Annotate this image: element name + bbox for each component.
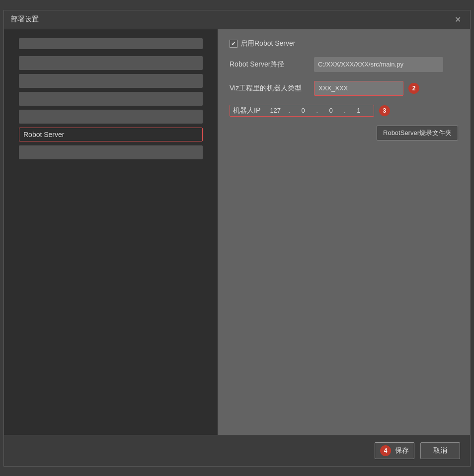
ip-dot-2: . <box>315 107 319 115</box>
path-label: Robot Server路径 <box>230 60 309 69</box>
content-panel: ✔ 启用Robot Server Robot Server路径 Viz工程里的机… <box>218 29 470 435</box>
path-input[interactable] <box>314 57 443 72</box>
robot-type-row: Viz工程里的机器人类型 2 <box>230 81 458 96</box>
sidebar-item-1[interactable] <box>19 74 203 88</box>
ip-part-2[interactable] <box>291 107 315 114</box>
sidebar-item-2[interactable] <box>19 92 203 106</box>
enable-row: ✔ 启用Robot Server <box>230 39 458 48</box>
ip-input-group: 机器人IP . . . <box>230 105 374 117</box>
ip-label: 机器人IP <box>233 106 260 115</box>
sidebar-item-robot-server[interactable]: Robot Server <box>19 128 203 141</box>
burn-folder-row: RobotServer烧录文件夹 <box>230 126 458 140</box>
ip-part-1[interactable] <box>263 107 287 114</box>
dialog-footer: 4 保存 取消 <box>4 435 470 466</box>
sidebar-item-3[interactable] <box>19 110 203 124</box>
sidebar: Robot Server <box>4 29 218 435</box>
close-button[interactable]: ✕ <box>452 14 463 25</box>
enable-label: 启用Robot Server <box>240 39 295 48</box>
annotation-badge-3: 3 <box>379 105 390 116</box>
ip-row: 机器人IP . . . 3 <box>230 105 458 117</box>
ip-part-4[interactable] <box>347 107 371 114</box>
annotation-badge-2: 2 <box>408 83 419 94</box>
ip-part-3[interactable] <box>319 107 343 114</box>
ip-dot-1: . <box>287 107 291 115</box>
path-row: Robot Server路径 <box>230 57 458 72</box>
save-annotation-badge: 4 <box>380 445 391 456</box>
cancel-button[interactable]: 取消 <box>420 442 460 459</box>
dialog-body: Robot Server ✔ 启用Robot Server Robot Serv… <box>4 29 470 435</box>
robot-type-label: Viz工程里的机器人类型 <box>230 84 309 93</box>
burn-folder-button[interactable]: RobotServer烧录文件夹 <box>377 126 458 140</box>
sidebar-search[interactable] <box>19 38 203 49</box>
ip-dot-3: . <box>343 107 347 115</box>
checkbox-check-icon: ✔ <box>231 40 236 47</box>
enable-checkbox[interactable]: ✔ <box>230 40 237 48</box>
save-button[interactable]: 4 保存 <box>375 442 414 459</box>
robot-type-input[interactable] <box>314 81 403 96</box>
sidebar-item-robot-server-label: Robot Server <box>23 131 64 138</box>
dialog-title: 部署设置 <box>11 15 39 24</box>
sidebar-item-5[interactable] <box>19 145 203 159</box>
title-bar: 部署设置 ✕ <box>4 10 470 29</box>
dialog: 部署设置 ✕ Robot Server ✔ 启用Robot Server <box>3 10 471 467</box>
sidebar-item-0[interactable] <box>19 56 203 70</box>
save-label: 保存 <box>395 446 409 455</box>
